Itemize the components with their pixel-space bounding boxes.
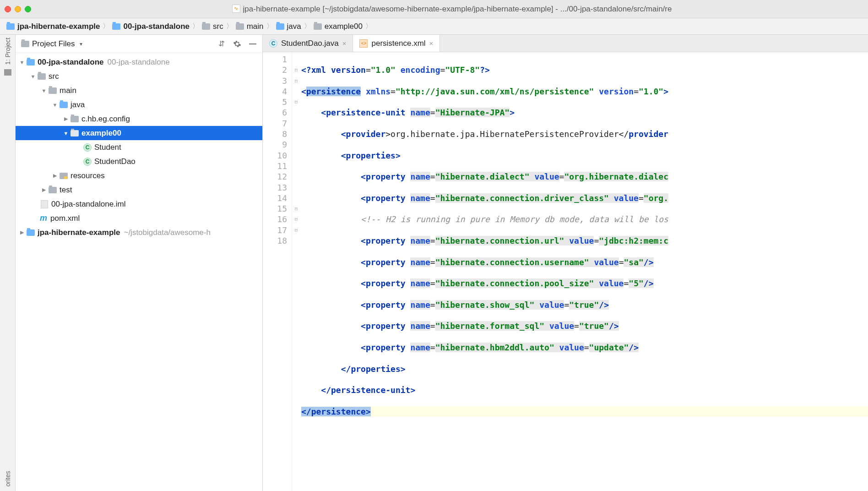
- tab-studentdao[interactable]: C StudentDao.java ×: [263, 35, 353, 52]
- scroll-from-source-icon[interactable]: ⇵: [217, 40, 226, 48]
- maven-file-icon: m: [40, 213, 47, 223]
- project-view-label: Project Files: [32, 39, 75, 49]
- chevron-right-icon: 〉: [304, 22, 311, 31]
- editor-area: C StudentDao.java × <> persistence.xml ×…: [263, 35, 868, 491]
- iml-file-icon: [41, 200, 48, 208]
- code-content[interactable]: <?xml version="1.0" encoding="UTF-8"?> <…: [300, 52, 868, 491]
- class-icon: C: [83, 158, 92, 166]
- project-tool-header: Project Files ▾ ⇵: [16, 35, 262, 53]
- breadcrumb[interactable]: jpa-hibernate-example 〉 00-jpa-standalon…: [0, 18, 868, 35]
- editor-tabs: C StudentDao.java × <> persistence.xml ×: [263, 35, 868, 52]
- tree-package-config[interactable]: ▶ c.hb.eg.config: [16, 112, 262, 126]
- crumb-main[interactable]: main: [236, 22, 264, 31]
- tab-persistence-xml[interactable]: <> persistence.xml ×: [353, 35, 440, 52]
- close-tab-icon[interactable]: ×: [429, 39, 434, 47]
- folder-icon: [21, 41, 29, 47]
- tree-class-student[interactable]: C Student: [16, 140, 262, 154]
- fold-gutter[interactable]: ⊟⊟⊟ ⊟⊟⊟: [292, 52, 300, 491]
- chevron-right-icon: 〉: [103, 22, 109, 31]
- folder-icon: [236, 23, 244, 30]
- chevron-right-icon: 〉: [365, 22, 372, 31]
- tool-window-strip-left: 1: Project orites: [0, 35, 16, 491]
- project-tree[interactable]: ▼ 00-jpa-standalone 00-jpa-standalone ▼ …: [16, 53, 262, 491]
- project-tool-window: Project Files ▾ ⇵ ▼ 00-jpa-standalone 00…: [16, 35, 263, 491]
- tree-file-iml[interactable]: 00-jpa-standalone.iml: [16, 197, 262, 211]
- tree-folder-src[interactable]: ▼ src: [16, 69, 262, 83]
- crumb-src[interactable]: src: [202, 22, 223, 31]
- module-icon: [27, 59, 35, 65]
- zoom-window-button[interactable]: [25, 6, 31, 12]
- tree-folder-test[interactable]: ▶ test: [16, 183, 262, 197]
- resources-folder-icon: [60, 173, 68, 179]
- crumb-jpa-hibernate-example[interactable]: jpa-hibernate-example: [6, 22, 100, 31]
- settings-gear-icon[interactable]: [233, 40, 241, 48]
- favorites-tool-button[interactable]: orites: [4, 471, 11, 486]
- class-icon: C: [83, 143, 92, 152]
- tab-label: persistence.xml: [371, 39, 425, 48]
- project-view-selector[interactable]: Project Files ▾: [21, 39, 82, 49]
- window-title: jpa-hibernate-example [~/jstobigdata/awe…: [243, 5, 672, 14]
- crumb-00-jpa-standalone[interactable]: 00-jpa-standalone: [112, 22, 190, 31]
- package-icon: [71, 130, 79, 136]
- project-tool-actions: ⇵: [217, 40, 257, 48]
- structure-icon[interactable]: [4, 69, 11, 76]
- folder-icon: [49, 87, 57, 94]
- folder-icon: [202, 23, 210, 30]
- tree-module-root2[interactable]: ▶ jpa-hibernate-example ~/jstobigdata/aw…: [16, 225, 262, 240]
- java-file-icon: C: [269, 39, 277, 48]
- source-folder-icon: [60, 102, 68, 108]
- tab-label: StudentDao.java: [281, 39, 339, 48]
- tree-folder-java[interactable]: ▼ java: [16, 98, 262, 112]
- rss-file-icon: ∿: [232, 5, 240, 13]
- source-folder-icon: [276, 23, 284, 30]
- chevron-right-icon: 〉: [226, 22, 233, 31]
- line-number-gutter: 123456789101112131415161718: [263, 52, 292, 491]
- tree-class-studentdao[interactable]: C StudentDao: [16, 154, 262, 169]
- tree-module-root[interactable]: ▼ 00-jpa-standalone 00-jpa-standalone: [16, 55, 262, 69]
- tree-folder-main[interactable]: ▼ main: [16, 83, 262, 98]
- xml-file-icon: <>: [359, 39, 368, 48]
- close-window-button[interactable]: [5, 6, 11, 12]
- chevron-right-icon: 〉: [192, 22, 199, 31]
- package-icon: [71, 116, 79, 122]
- project-tool-button[interactable]: 1: Project: [4, 38, 11, 65]
- minimize-window-button[interactable]: [15, 6, 21, 12]
- hide-tool-window-icon[interactable]: [249, 40, 257, 48]
- tree-folder-resources[interactable]: ▶ resources: [16, 169, 262, 183]
- folder-icon: [314, 23, 322, 30]
- tree-package-example00[interactable]: ▼ example00: [16, 126, 262, 140]
- module-icon: [27, 229, 35, 236]
- crumb-example00[interactable]: example00: [314, 22, 363, 31]
- folder-icon: [38, 73, 46, 80]
- crumb-java[interactable]: java: [276, 22, 301, 31]
- chevron-right-icon: 〉: [266, 22, 273, 31]
- chevron-down-icon: ▾: [80, 41, 82, 47]
- module-icon: [6, 23, 15, 30]
- editor[interactable]: 123456789101112131415161718 ⊟⊟⊟ ⊟⊟⊟ <?xm…: [263, 52, 868, 491]
- module-icon: [112, 23, 120, 30]
- tree-file-pom[interactable]: m pom.xml: [16, 211, 262, 225]
- close-tab-icon[interactable]: ×: [342, 39, 347, 47]
- title-bar: ∿ jpa-hibernate-example [~/jstobigdata/a…: [0, 0, 868, 18]
- folder-icon: [49, 187, 57, 193]
- window-controls: [5, 6, 31, 12]
